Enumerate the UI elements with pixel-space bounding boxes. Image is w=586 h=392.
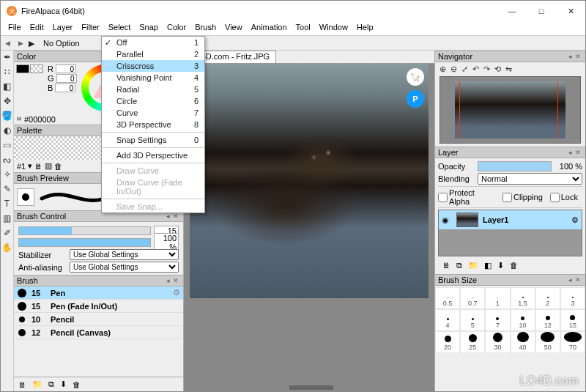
zoom-in-icon[interactable]: ⊕ (440, 64, 446, 74)
menu-edit[interactable]: Edit (26, 21, 48, 35)
snap-radial[interactable]: Radial5 (102, 84, 204, 95)
brush-row[interactable]: 12Pencil (Canvas) (14, 326, 183, 339)
brush-size-cell[interactable]: 20 (435, 331, 460, 353)
canvas[interactable]: 🦙 P (184, 64, 434, 391)
brush-size-cell[interactable]: 1.5 (511, 287, 535, 309)
snap-curve[interactable]: Curve7 (102, 107, 204, 119)
palette-preset[interactable]: #1 (17, 162, 26, 171)
brush-row[interactable]: 15Pen (Fade In/Out) (14, 300, 183, 313)
fit-icon[interactable]: ⤢ (461, 64, 468, 74)
brush-row[interactable]: 10Pencil (14, 313, 183, 326)
brush-size-cell[interactable]: 5 (460, 309, 485, 331)
brush-size-cell[interactable]: 7 (485, 309, 510, 331)
snap-add-3d[interactable]: Add 3D Perspective (102, 149, 204, 161)
brush-size-cell[interactable]: 40 (511, 331, 535, 353)
brush-dl-icon[interactable]: ⬇ (60, 380, 67, 389)
snap-circle[interactable]: Circle6 (102, 95, 204, 107)
brush-folder-icon[interactable]: 📁 (32, 380, 42, 389)
antialias-select[interactable]: Use Global Settings (70, 262, 179, 273)
menu-tool[interactable]: Tool (292, 21, 315, 35)
divide-tool-icon[interactable]: ▥ (2, 213, 12, 223)
snap-off[interactable]: ✓Off1 (102, 37, 204, 48)
zoom-out-icon[interactable]: ⊖ (450, 64, 457, 74)
flip-icon[interactable]: ⇋ (505, 64, 512, 74)
brush-trash-icon[interactable]: 🗑 (73, 380, 81, 389)
eraser-tool-icon[interactable]: ◧ (2, 81, 12, 92)
dup-layer-icon[interactable]: ⧉ (456, 261, 462, 270)
fg-swatch[interactable] (16, 64, 29, 73)
menu-view[interactable]: View (220, 21, 247, 35)
play-icon[interactable]: ▶ (29, 39, 37, 48)
g-input[interactable] (56, 74, 77, 83)
wand-tool-icon[interactable]: ✧ (2, 169, 12, 180)
eyedropper-tool-icon[interactable]: ✐ (2, 228, 12, 238)
gear-icon[interactable]: ⚙ (173, 288, 180, 297)
menu-help[interactable]: Help (352, 21, 378, 35)
brush-size-cell[interactable]: 3 (560, 287, 585, 309)
snap-settings[interactable]: Snap Settings0 (102, 134, 204, 146)
b-input[interactable] (55, 84, 75, 92)
mask-icon[interactable]: ◧ (484, 261, 492, 270)
brush-size-cell[interactable]: 12 (535, 309, 560, 331)
history-back-icon[interactable]: ◀ (2, 38, 12, 48)
hex-value[interactable]: #000000 (24, 115, 56, 124)
layer-row[interactable]: ◉ Layer1 ⚙ (439, 210, 582, 229)
clipping-checkbox[interactable]: Clipping (502, 193, 543, 202)
lock-checkbox[interactable]: Lock (550, 193, 578, 202)
menu-brush[interactable]: Brush (190, 21, 220, 35)
move-tool-icon[interactable]: ✥ (2, 96, 12, 106)
blend-select[interactable]: Normal (478, 173, 582, 185)
brush-size-cell[interactable]: 4 (435, 309, 460, 331)
selectpen-tool-icon[interactable]: ✎ (2, 184, 12, 194)
folder-icon[interactable]: ▥ (45, 161, 52, 171)
close-button[interactable]: ✕ (556, 1, 585, 21)
snap-parallel[interactable]: Parallel2 (102, 48, 204, 60)
brush-size-cell[interactable]: 30 (485, 331, 510, 353)
bg-swatch[interactable] (30, 64, 43, 73)
brush-tool-icon[interactable]: ✒ (2, 52, 12, 62)
merge-down-icon[interactable]: ⬇ (497, 261, 504, 270)
brush-size-cell[interactable]: 0.7 (460, 287, 485, 309)
brush-dup-icon[interactable]: ⧉ (48, 380, 54, 389)
stabilizer-select[interactable]: Use Global Settings (70, 249, 179, 260)
layer-opacity-slider[interactable] (478, 161, 552, 171)
brush-size-cell[interactable]: 10 (511, 309, 535, 331)
delete-layer-icon[interactable]: 🗑 (510, 261, 518, 270)
gradient-tool-icon[interactable]: ◐ (2, 125, 12, 136)
brush-size-cell[interactable]: 15 (560, 309, 585, 331)
history-fwd-icon[interactable]: ▶ (15, 38, 26, 48)
rotate-cw-icon[interactable]: ↷ (483, 64, 490, 74)
new-doc-icon[interactable]: 🗎 (34, 162, 42, 171)
menu-window[interactable]: Window (315, 21, 352, 35)
navigator-preview[interactable] (440, 76, 581, 144)
brush-row[interactable]: 15Pen⚙ (14, 286, 183, 300)
new-layer-icon[interactable]: 🗎 (442, 261, 450, 270)
dot-tool-icon[interactable]: ∷ (2, 67, 12, 77)
brush-size-cell[interactable]: 0.5 (435, 287, 460, 309)
reset-rotate-icon[interactable]: ⟲ (494, 64, 501, 74)
h-scrollbar[interactable] (289, 385, 333, 390)
rotate-ccw-icon[interactable]: ↶ (472, 64, 479, 74)
text-tool-icon[interactable]: T (2, 199, 12, 209)
r-input[interactable] (56, 64, 76, 73)
brush-size-cell[interactable]: 50 (535, 331, 560, 353)
menu-color[interactable]: Color (163, 21, 190, 35)
folder-layer-icon[interactable]: 📁 (468, 261, 478, 270)
snap-3d-perspective[interactable]: 3D Perspective8 (102, 119, 204, 130)
minimize-button[interactable]: — (497, 1, 527, 21)
layer-name[interactable]: Layer1 (483, 215, 567, 224)
menu-layer[interactable]: Layer (48, 21, 78, 35)
maximize-button[interactable]: □ (527, 1, 556, 21)
menu-select[interactable]: Select (104, 21, 136, 35)
snap-crisscross[interactable]: Crisscross3 (102, 60, 204, 72)
brush-size-cell[interactable]: 1 (485, 287, 510, 309)
select-tool-icon[interactable]: ▭ (2, 140, 12, 150)
hand-tool-icon[interactable]: ✋ (2, 243, 12, 253)
size-slider[interactable] (18, 226, 151, 235)
opacity-slider[interactable] (18, 238, 151, 247)
gear-icon[interactable]: ⚙ (571, 215, 579, 225)
menu-snap[interactable]: Snap (135, 21, 163, 35)
new-brush-icon[interactable]: 🗎 (18, 380, 26, 389)
protect-alpha-checkbox[interactable]: Protect Alpha (438, 188, 495, 206)
brush-size-cell[interactable]: 25 (460, 331, 485, 353)
